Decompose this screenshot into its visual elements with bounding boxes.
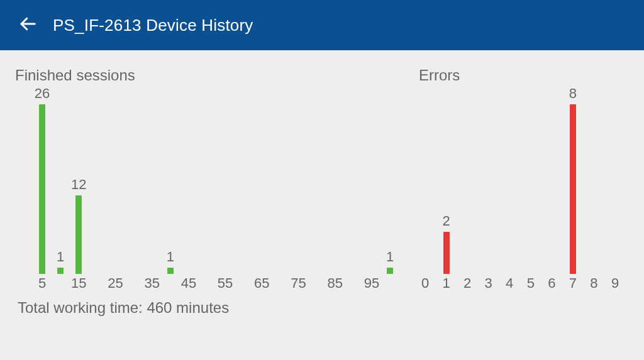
finished-bar: 1 [387,268,393,274]
errors-bar-rect [443,232,450,275]
errors-axis-tick: 9 [611,275,619,292]
errors-bar-value: 8 [569,85,577,102]
errors-bar: 8 [570,104,576,274]
finished-bar-value: 1 [167,249,174,265]
finished-axis-tick: 5 [38,275,46,292]
finished-axis-tick: 15 [71,275,86,292]
finished-sessions-title: Finished sessions [15,67,399,84]
finished-axis-tick: 75 [291,275,306,292]
finished-axis-tick: 55 [218,275,233,292]
errors-axis-tick: 5 [527,275,535,292]
finished-bar-rect [39,104,45,274]
finished-bar: 1 [57,268,64,274]
finished-bar: 26 [39,104,45,274]
errors-title: Errors [419,67,629,84]
errors-axis-tick: 4 [506,275,513,292]
finished-axis-tick: 35 [144,275,159,292]
finished-axis-tick: 95 [364,275,379,292]
errors-axis-tick: 8 [590,275,597,292]
finished-sessions-bars: 2611211 [15,97,399,274]
errors-axis: 0123456789 [419,274,629,292]
finished-sessions-panel: Finished sessions 2611211 51525354555657… [15,63,399,317]
errors-axis-tick: 0 [421,275,429,292]
finished-bar-rect [387,268,393,274]
errors-axis-tick: 3 [485,275,492,292]
errors-axis-tick: 7 [569,275,577,292]
finished-axis-tick: 45 [181,275,196,292]
finished-axis-tick: 25 [108,275,123,292]
finished-sessions-axis: 5152535455565758595 [15,274,399,292]
errors-bar-value: 2 [442,213,450,229]
finished-bar-rect [75,195,82,274]
finished-bar: 1 [167,268,174,274]
errors-bar-rect [570,104,576,274]
page-title: PS_IF-2613 Device History [53,16,253,35]
finished-axis-tick: 65 [254,275,269,292]
finished-bar-rect [57,268,64,274]
errors-axis-tick: 1 [442,275,450,292]
content: Finished sessions 2611211 51525354555657… [0,50,644,317]
finished-bar-value: 26 [35,85,50,102]
back-button[interactable] [15,13,40,38]
app-header: PS_IF-2613 Device History [0,0,644,50]
finished-bar: 12 [75,195,82,274]
finished-bar-rect [167,268,174,274]
finished-bar-value: 1 [386,249,394,265]
errors-bars: 28 [419,97,629,274]
errors-axis-tick: 6 [548,275,555,292]
errors-chart: 28 0123456789 [419,97,629,292]
errors-axis-tick: 2 [464,275,471,292]
finished-sessions-chart: 2611211 5152535455565758595 [15,97,399,292]
back-arrow-icon [18,14,37,36]
total-working-time: Total working time: 460 minutes [15,299,399,317]
finished-bar-value: 1 [57,249,64,265]
errors-bar: 2 [443,232,450,275]
finished-axis-tick: 85 [327,275,342,292]
finished-bar-value: 12 [71,177,86,193]
errors-panel: Errors 28 0123456789 [419,63,629,317]
